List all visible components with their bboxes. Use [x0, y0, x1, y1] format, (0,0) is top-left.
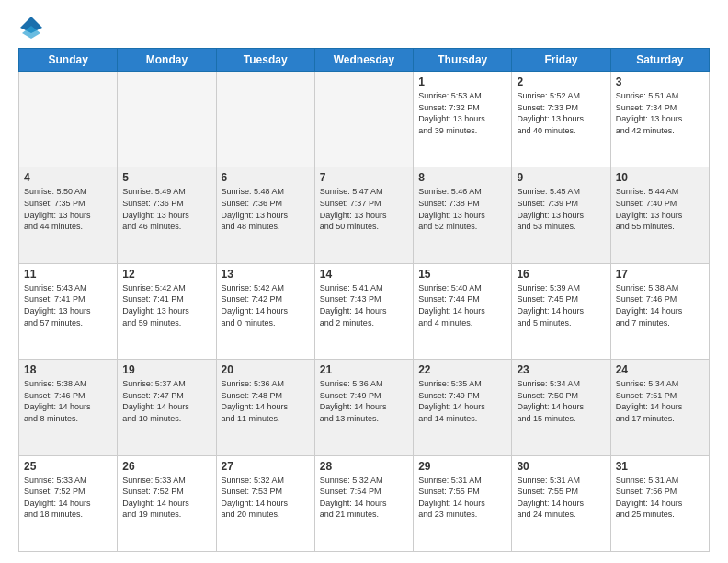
day-number: 2	[517, 75, 605, 88]
day-info: Sunrise: 5:48 AM Sunset: 7:36 PM Dayligh…	[222, 186, 310, 232]
day-info: Sunrise: 5:34 AM Sunset: 7:51 PM Dayligh…	[616, 378, 704, 424]
weekday-header-monday: Monday	[118, 49, 216, 72]
day-info: Sunrise: 5:52 AM Sunset: 7:33 PM Dayligh…	[517, 90, 605, 136]
day-info: Sunrise: 5:53 AM Sunset: 7:32 PM Dayligh…	[418, 90, 506, 136]
day-number: 30	[517, 460, 605, 473]
calendar-cell	[19, 72, 118, 167]
day-number: 5	[122, 171, 210, 184]
calendar-cell: 23Sunrise: 5:34 AM Sunset: 7:50 PM Dayli…	[512, 360, 610, 455]
day-info: Sunrise: 5:35 AM Sunset: 7:49 PM Dayligh…	[418, 378, 506, 424]
day-number: 27	[222, 460, 310, 473]
calendar-cell: 24Sunrise: 5:34 AM Sunset: 7:51 PM Dayli…	[610, 360, 709, 455]
calendar-cell: 14Sunrise: 5:41 AM Sunset: 7:43 PM Dayli…	[314, 263, 413, 359]
day-number: 7	[320, 171, 408, 184]
calendar-cell: 18Sunrise: 5:38 AM Sunset: 7:46 PM Dayli…	[19, 360, 118, 455]
calendar-cell: 30Sunrise: 5:31 AM Sunset: 7:55 PM Dayli…	[512, 455, 610, 551]
day-number: 4	[24, 171, 112, 184]
weekday-header-sunday: Sunday	[19, 49, 118, 72]
day-number: 22	[418, 363, 506, 376]
calendar-cell: 8Sunrise: 5:46 AM Sunset: 7:38 PM Daylig…	[414, 167, 512, 263]
day-info: Sunrise: 5:50 AM Sunset: 7:35 PM Dayligh…	[24, 186, 112, 232]
weekday-header-saturday: Saturday	[610, 49, 709, 72]
day-number: 16	[517, 268, 605, 281]
day-number: 1	[418, 75, 506, 88]
day-number: 3	[616, 75, 704, 88]
day-info: Sunrise: 5:36 AM Sunset: 7:49 PM Dayligh…	[320, 378, 408, 424]
calendar-cell: 4Sunrise: 5:50 AM Sunset: 7:35 PM Daylig…	[19, 167, 118, 263]
weekday-header-tuesday: Tuesday	[216, 49, 314, 72]
calendar-cell: 13Sunrise: 5:42 AM Sunset: 7:42 PM Dayli…	[216, 263, 314, 359]
calendar-cell: 11Sunrise: 5:43 AM Sunset: 7:41 PM Dayli…	[19, 263, 118, 359]
day-info: Sunrise: 5:32 AM Sunset: 7:53 PM Dayligh…	[222, 475, 310, 521]
calendar-cell: 25Sunrise: 5:33 AM Sunset: 7:52 PM Dayli…	[19, 455, 118, 551]
header	[18, 15, 710, 40]
weekday-header-thursday: Thursday	[414, 49, 512, 72]
calendar-cell: 3Sunrise: 5:51 AM Sunset: 7:34 PM Daylig…	[610, 72, 709, 167]
page: SundayMondayTuesdayWednesdayThursdayFrid…	[0, 0, 728, 563]
day-number: 14	[320, 268, 408, 281]
day-info: Sunrise: 5:44 AM Sunset: 7:40 PM Dayligh…	[616, 186, 704, 232]
calendar-week-3: 11Sunrise: 5:43 AM Sunset: 7:41 PM Dayli…	[19, 263, 710, 359]
calendar-cell: 1Sunrise: 5:53 AM Sunset: 7:32 PM Daylig…	[414, 72, 512, 167]
calendar-cell: 10Sunrise: 5:44 AM Sunset: 7:40 PM Dayli…	[610, 167, 709, 263]
day-info: Sunrise: 5:38 AM Sunset: 7:46 PM Dayligh…	[24, 378, 112, 424]
day-info: Sunrise: 5:41 AM Sunset: 7:43 PM Dayligh…	[320, 282, 408, 328]
calendar-cell: 22Sunrise: 5:35 AM Sunset: 7:49 PM Dayli…	[414, 360, 512, 455]
calendar-cell: 26Sunrise: 5:33 AM Sunset: 7:52 PM Dayli…	[118, 455, 216, 551]
day-number: 15	[418, 268, 506, 281]
calendar-cell: 6Sunrise: 5:48 AM Sunset: 7:36 PM Daylig…	[216, 167, 314, 263]
logo-icon	[18, 15, 44, 40]
day-number: 28	[320, 460, 408, 473]
day-info: Sunrise: 5:49 AM Sunset: 7:36 PM Dayligh…	[122, 186, 210, 232]
calendar-cell: 9Sunrise: 5:45 AM Sunset: 7:39 PM Daylig…	[512, 167, 610, 263]
calendar-cell	[216, 72, 314, 167]
calendar-week-5: 25Sunrise: 5:33 AM Sunset: 7:52 PM Dayli…	[19, 455, 710, 551]
day-number: 25	[24, 460, 112, 473]
calendar-cell: 27Sunrise: 5:32 AM Sunset: 7:53 PM Dayli…	[216, 455, 314, 551]
day-number: 13	[222, 268, 310, 281]
day-info: Sunrise: 5:31 AM Sunset: 7:55 PM Dayligh…	[418, 475, 506, 521]
calendar-week-2: 4Sunrise: 5:50 AM Sunset: 7:35 PM Daylig…	[19, 167, 710, 263]
day-info: Sunrise: 5:45 AM Sunset: 7:39 PM Dayligh…	[517, 186, 605, 232]
day-info: Sunrise: 5:33 AM Sunset: 7:52 PM Dayligh…	[122, 475, 210, 521]
day-number: 17	[616, 268, 704, 281]
day-number: 20	[222, 363, 310, 376]
day-info: Sunrise: 5:37 AM Sunset: 7:47 PM Dayligh…	[122, 378, 210, 424]
weekday-header-row: SundayMondayTuesdayWednesdayThursdayFrid…	[19, 49, 710, 72]
calendar-cell: 21Sunrise: 5:36 AM Sunset: 7:49 PM Dayli…	[314, 360, 413, 455]
day-number: 23	[517, 363, 605, 376]
calendar-cell: 15Sunrise: 5:40 AM Sunset: 7:44 PM Dayli…	[414, 263, 512, 359]
weekday-header-wednesday: Wednesday	[314, 49, 413, 72]
day-info: Sunrise: 5:38 AM Sunset: 7:46 PM Dayligh…	[616, 282, 704, 328]
day-number: 9	[517, 171, 605, 184]
day-info: Sunrise: 5:31 AM Sunset: 7:55 PM Dayligh…	[517, 475, 605, 521]
calendar-week-1: 1Sunrise: 5:53 AM Sunset: 7:32 PM Daylig…	[19, 72, 710, 167]
logo	[18, 15, 48, 40]
day-number: 21	[320, 363, 408, 376]
day-number: 24	[616, 363, 704, 376]
day-number: 31	[616, 460, 704, 473]
day-info: Sunrise: 5:36 AM Sunset: 7:48 PM Dayligh…	[222, 378, 310, 424]
calendar-cell: 17Sunrise: 5:38 AM Sunset: 7:46 PM Dayli…	[610, 263, 709, 359]
day-number: 12	[122, 268, 210, 281]
calendar-cell: 12Sunrise: 5:42 AM Sunset: 7:41 PM Dayli…	[118, 263, 216, 359]
day-info: Sunrise: 5:33 AM Sunset: 7:52 PM Dayligh…	[24, 475, 112, 521]
day-number: 29	[418, 460, 506, 473]
day-info: Sunrise: 5:46 AM Sunset: 7:38 PM Dayligh…	[418, 186, 506, 232]
day-info: Sunrise: 5:43 AM Sunset: 7:41 PM Dayligh…	[24, 282, 112, 328]
day-info: Sunrise: 5:42 AM Sunset: 7:42 PM Dayligh…	[222, 282, 310, 328]
calendar-table: SundayMondayTuesdayWednesdayThursdayFrid…	[18, 48, 710, 552]
day-number: 10	[616, 171, 704, 184]
day-info: Sunrise: 5:34 AM Sunset: 7:50 PM Dayligh…	[517, 378, 605, 424]
calendar-cell: 2Sunrise: 5:52 AM Sunset: 7:33 PM Daylig…	[512, 72, 610, 167]
day-info: Sunrise: 5:47 AM Sunset: 7:37 PM Dayligh…	[320, 186, 408, 232]
calendar-cell: 5Sunrise: 5:49 AM Sunset: 7:36 PM Daylig…	[118, 167, 216, 263]
day-number: 18	[24, 363, 112, 376]
calendar-week-4: 18Sunrise: 5:38 AM Sunset: 7:46 PM Dayli…	[19, 360, 710, 455]
calendar-cell: 16Sunrise: 5:39 AM Sunset: 7:45 PM Dayli…	[512, 263, 610, 359]
day-info: Sunrise: 5:42 AM Sunset: 7:41 PM Dayligh…	[122, 282, 210, 328]
day-number: 6	[222, 171, 310, 184]
calendar-cell: 29Sunrise: 5:31 AM Sunset: 7:55 PM Dayli…	[414, 455, 512, 551]
day-info: Sunrise: 5:31 AM Sunset: 7:56 PM Dayligh…	[616, 475, 704, 521]
calendar-cell: 20Sunrise: 5:36 AM Sunset: 7:48 PM Dayli…	[216, 360, 314, 455]
